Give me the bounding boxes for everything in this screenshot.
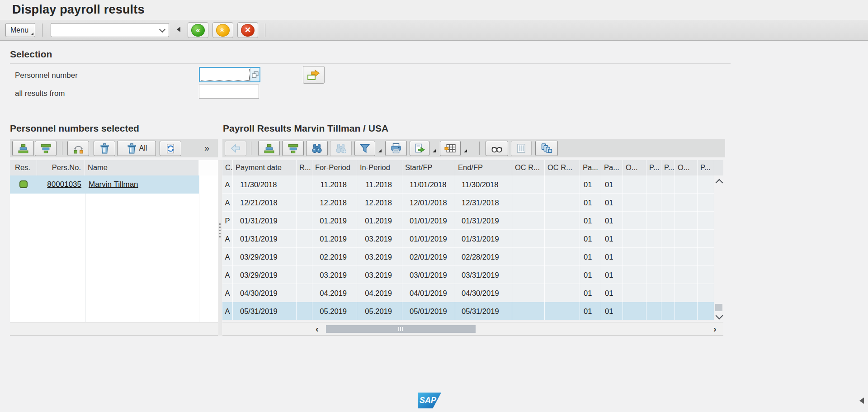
cancel-button[interactable]: ✕ — [237, 22, 258, 38]
command-field[interactable] — [51, 23, 169, 37]
find-button[interactable] — [306, 141, 328, 156]
column-view-button[interactable] — [511, 141, 532, 156]
table-cell[interactable] — [646, 194, 661, 212]
column-header[interactable]: Pers.No. — [37, 160, 85, 175]
scroll-left-arrow[interactable]: ‹ — [316, 324, 319, 333]
scroll-right-arrow[interactable]: › — [713, 324, 717, 333]
table-cell[interactable] — [297, 212, 312, 230]
column-header[interactable]: Pa... — [580, 160, 601, 175]
chevron-down-icon[interactable] — [159, 26, 165, 33]
table-cell[interactable]: 02/28/2019 — [455, 248, 512, 266]
table-cell[interactable]: 12/01/2018 — [402, 194, 455, 212]
refresh-button[interactable] — [160, 141, 181, 156]
table-row[interactable]: A12/21/201812.201812.201812/01/201812/31… — [222, 194, 714, 212]
table-cell[interactable]: 01 — [580, 175, 601, 194]
table-cell[interactable] — [512, 284, 545, 302]
personnel-name-link[interactable]: Marvin Tillman — [89, 175, 138, 194]
table-cell[interactable] — [698, 230, 714, 248]
table-cell[interactable]: 01 — [601, 230, 623, 248]
table-cell[interactable]: 02.2019 — [312, 248, 357, 266]
exit-button[interactable]: « — [212, 22, 233, 38]
personnel-number-link[interactable]: 80001035 — [47, 175, 81, 194]
table-cell[interactable]: 03.2019 — [357, 230, 402, 248]
table-row[interactable]: P01/31/201901.201901.201901/01/201901/31… — [222, 212, 714, 230]
table-cell[interactable]: A — [222, 194, 233, 212]
table-cell[interactable]: 11/30/2018 — [233, 175, 297, 194]
table-cell[interactable]: 01 — [580, 302, 601, 320]
sort-ascending-button[interactable] — [258, 141, 280, 156]
table-cell[interactable] — [646, 266, 661, 284]
all-results-from-input[interactable] — [199, 85, 259, 99]
column-header[interactable]: OC R... — [512, 160, 545, 175]
table-cell[interactable]: 12/21/2018 — [233, 194, 297, 212]
table-cell[interactable] — [297, 194, 312, 212]
table-cell[interactable]: 05/01/2019 — [402, 302, 455, 320]
table-cell[interactable]: 01 — [601, 266, 623, 284]
table-cell[interactable]: 01/31/2019 — [455, 230, 512, 248]
table-cell[interactable] — [512, 175, 545, 194]
table-cell[interactable]: 01 — [601, 302, 623, 320]
table-cell[interactable] — [545, 266, 580, 284]
table-cell[interactable]: 01/01/2019 — [402, 230, 455, 248]
collapse-toolbar-icon[interactable] — [177, 27, 180, 32]
table-cell[interactable]: A — [222, 266, 233, 284]
table-cell[interactable]: 05.2019 — [312, 302, 357, 320]
table-row[interactable]: A03/29/201903.201903.201903/01/201903/31… — [222, 266, 714, 284]
table-cell[interactable] — [646, 175, 661, 194]
table-cell[interactable] — [623, 284, 646, 302]
table-cell[interactable]: 05/31/2019 — [455, 302, 512, 320]
table-cell[interactable] — [698, 266, 714, 284]
command-input[interactable] — [53, 24, 154, 36]
choose-layout-button[interactable] — [440, 141, 461, 156]
table-cell[interactable] — [698, 248, 714, 266]
table-cell[interactable] — [545, 212, 580, 230]
swap-selection-button[interactable] — [67, 141, 89, 156]
table-cell[interactable]: A — [222, 284, 233, 302]
table-cell[interactable] — [675, 302, 698, 320]
table-cell[interactable]: 01.2019 — [312, 230, 357, 248]
back-result-button[interactable] — [225, 141, 246, 156]
table-cell[interactable] — [698, 212, 714, 230]
table-cell[interactable]: 01 — [580, 266, 601, 284]
delete-all-button[interactable]: All — [117, 141, 156, 156]
table-cell[interactable] — [675, 266, 698, 284]
table-cell[interactable] — [297, 266, 312, 284]
vertical-scrollbar-thumb[interactable] — [715, 304, 722, 311]
table-cell[interactable]: 02/01/2019 — [402, 248, 455, 266]
print-button[interactable] — [385, 141, 407, 156]
table-cell[interactable]: 01/31/2019 — [455, 212, 512, 230]
table-cell[interactable]: 11.2018 — [357, 175, 402, 194]
more-buttons-toggle[interactable]: » — [204, 143, 209, 153]
table-cell[interactable]: 01.2019 — [357, 212, 402, 230]
table-cell[interactable]: 04.2019 — [312, 284, 357, 302]
table-cell[interactable] — [623, 212, 646, 230]
table-cell[interactable] — [646, 248, 661, 266]
table-cell[interactable] — [675, 212, 698, 230]
table-cell[interactable] — [512, 302, 545, 320]
table-cell[interactable]: 12.2018 — [357, 194, 402, 212]
table-cell[interactable] — [698, 175, 714, 194]
table-cell[interactable] — [297, 284, 312, 302]
table-cell[interactable] — [646, 302, 661, 320]
table-cell[interactable] — [661, 284, 675, 302]
menu-button[interactable]: Menu — [5, 23, 35, 37]
table-row[interactable]: A03/29/201902.201903.201902/01/201902/28… — [222, 248, 714, 266]
personnel-number-input[interactable] — [200, 68, 250, 81]
export-dropdown-icon[interactable] — [433, 149, 436, 152]
column-header[interactable]: P... — [646, 160, 661, 175]
column-header[interactable]: O... — [675, 160, 698, 175]
table-cell[interactable] — [623, 175, 646, 194]
sort-descending-button[interactable] — [35, 141, 57, 156]
column-header[interactable]: Pa... — [601, 160, 623, 175]
table-cell[interactable] — [545, 302, 580, 320]
table-cell[interactable] — [698, 284, 714, 302]
table-cell[interactable] — [545, 248, 580, 266]
table-cell[interactable]: 03/01/2019 — [402, 266, 455, 284]
table-cell[interactable]: 01 — [601, 284, 623, 302]
expand-side-panel-icon[interactable] — [859, 398, 864, 404]
table-cell[interactable] — [661, 212, 675, 230]
column-header[interactable]: End/FP — [455, 160, 512, 175]
sort-descending-button[interactable] — [282, 141, 304, 156]
sort-ascending-button[interactable] — [12, 141, 34, 156]
table-cell[interactable]: 03/29/2019 — [233, 266, 297, 284]
